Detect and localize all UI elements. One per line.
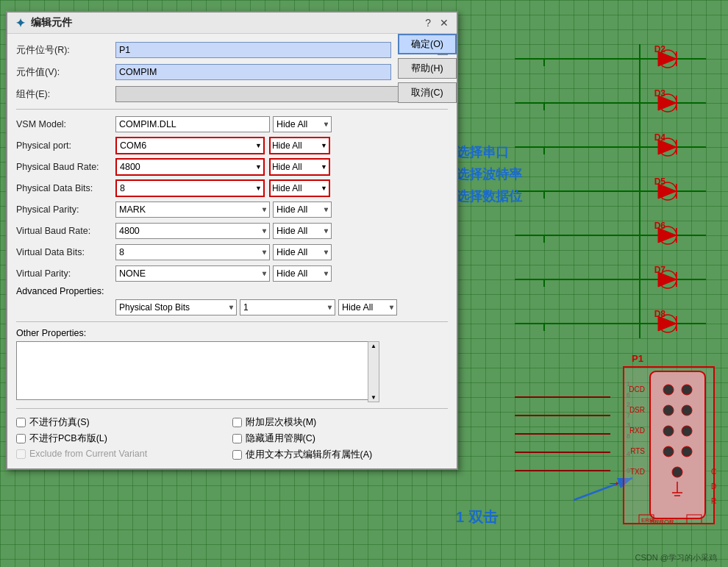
- adv-prop-hide-select[interactable]: Hide All: [338, 299, 397, 315]
- svg-point-51: [682, 446, 692, 457]
- physical-baud-select[interactable]: 4800: [117, 160, 255, 174]
- led-d6: D6: [654, 221, 665, 231]
- text-edit-checkbox[interactable]: [232, 450, 242, 460]
- other-props-textarea[interactable]: [16, 341, 378, 400]
- svg-text:3: 3: [627, 421, 630, 429]
- component-ref-row: 元件位号(R): 隐藏:: [16, 41, 448, 59]
- virtual-parity-hide-select[interactable]: Hide All: [273, 265, 332, 282]
- p1-connector-svg: DCD DSR RXD RTS TXD 1 6 2 7 3 8 4 9 CTS …: [624, 368, 716, 526]
- virtual-data-hide-wrapper: Hide All ▼: [273, 244, 332, 260]
- virtual-parity-select[interactable]: NONE: [115, 265, 270, 282]
- edit-component-dialog: ✦ 编辑元件 ? ✕ 确定(O) 帮助(H) 取消(C) 元件位号(R): 隐藏…: [6, 11, 458, 470]
- physical-data-label: Physical Data Bits:: [16, 183, 115, 193]
- group-select[interactable]: [115, 86, 401, 102]
- virtual-parity-wrapper: NONE ▼: [115, 265, 270, 282]
- svg-text:TXD: TXD: [630, 468, 645, 476]
- action-buttons: 确定(O) 帮助(H) 取消(C): [398, 34, 457, 103]
- physical-baud-row: Physical Baud Rate: 4800 ▼ Hide All ▼: [16, 158, 448, 176]
- virtual-data-controls: 8 ▼ Hide All ▼: [115, 244, 448, 260]
- no-pcb-checkbox[interactable]: [16, 434, 26, 443]
- dialog-title-bar: ✦ 编辑元件 ? ✕: [7, 13, 457, 34]
- svg-text:9: 9: [627, 467, 630, 474]
- add-module-label: 附加层次模块(M): [246, 416, 317, 429]
- no-sim-checkbox[interactable]: [16, 418, 26, 427]
- svg-text:DCD: DCD: [629, 385, 645, 393]
- component-ref-label: 元件位号(R):: [16, 44, 115, 57]
- annotation-step1: 1 双击: [456, 507, 498, 527]
- ok-button[interactable]: 确定(O): [398, 34, 457, 54]
- vsm-model-controls: Hide All ▼: [115, 116, 448, 132]
- physical-port-select[interactable]: COM6: [117, 138, 255, 153]
- svg-text:RI: RI: [711, 497, 716, 505]
- svg-point-48: [663, 426, 674, 436]
- physical-parity-select[interactable]: MARK: [115, 202, 270, 218]
- physical-data-row: Physical Data Bits: 8 ▼ Hide All ▼: [16, 179, 448, 197]
- virtual-parity-hide-wrapper: Hide All ▼: [273, 265, 332, 282]
- svg-text:7: 7: [627, 412, 630, 419]
- physical-parity-controls: MARK ▼ Hide All ▼: [115, 202, 448, 218]
- virtual-baud-wrapper: 4800 ▼: [115, 223, 270, 239]
- virtual-data-hide-select[interactable]: Hide All: [273, 244, 332, 260]
- component-ref-input[interactable]: [115, 42, 391, 58]
- exclude-variant-checkbox: [16, 449, 26, 459]
- adv-prop-name-select[interactable]: Physical Stop Bits: [115, 299, 237, 315]
- adv-prop-val-select[interactable]: 1: [240, 299, 335, 315]
- physical-baud-hide-select[interactable]: Hide All: [271, 160, 321, 174]
- help-button[interactable]: 帮助(H): [398, 58, 457, 79]
- svg-text:1: 1: [627, 380, 630, 388]
- virtual-baud-hide-wrapper: Hide All ▼: [273, 223, 332, 239]
- led-d3: D3: [654, 88, 665, 99]
- physical-parity-label: Physical Parity:: [16, 204, 115, 215]
- physical-data-select[interactable]: 8: [117, 181, 255, 196]
- adv-props-label: Advanced Properties:: [16, 286, 448, 296]
- svg-text:CTS: CTS: [711, 468, 716, 476]
- virtual-baud-label: Virtual Baud Rate:: [16, 226, 115, 236]
- physical-port-controls: COM6 ▼ Hide All ▼: [115, 137, 448, 154]
- exclude-variant-label: Exclude from Current Variant: [29, 449, 147, 459]
- svg-point-44: [663, 385, 674, 395]
- cancel-button[interactable]: 取消(C): [398, 82, 457, 103]
- red-arrow-indicator: →: [607, 474, 621, 491]
- svg-point-45: [682, 385, 692, 395]
- p1-component-label: P1: [632, 353, 643, 364]
- virtual-data-label: Virtual Data Bits:: [16, 247, 115, 257]
- svg-point-52: [672, 467, 682, 477]
- component-val-label: 元件值(V):: [16, 66, 115, 79]
- svg-rect-43: [650, 371, 705, 518]
- text-edit-label: 使用文本方式编辑所有属性(A): [246, 449, 373, 461]
- physical-port-hide-select[interactable]: Hide All: [271, 138, 321, 153]
- no-pcb-label: 不进行PCB布版(L): [29, 432, 107, 445]
- svg-text:DTR: DTR: [711, 482, 716, 491]
- vsm-hide-wrapper: Hide All ▼: [273, 116, 332, 132]
- virtual-data-wrapper: 8 ▼: [115, 244, 270, 260]
- svg-text:4: 4: [627, 450, 630, 457]
- vsm-hide-select[interactable]: Hide All: [273, 116, 332, 132]
- physical-parity-hide-select[interactable]: Hide All: [273, 202, 332, 218]
- virtual-baud-select[interactable]: 4800: [115, 223, 270, 239]
- led-d2: D2: [654, 44, 665, 54]
- virtual-baud-hide-select[interactable]: Hide All: [273, 223, 332, 239]
- dialog-title: ✦ 编辑元件: [13, 16, 72, 29]
- physical-port-label: Physical port:: [16, 140, 115, 151]
- add-module-checkbox[interactable]: [232, 418, 242, 427]
- p1-connector-box: DCD DSR RXD RTS TXD 1 6 2 7 3 8 4 9 CTS …: [623, 366, 715, 524]
- dialog-icon: ✦: [13, 16, 26, 29]
- virtual-data-select[interactable]: 8: [115, 244, 270, 260]
- led-d7: D7: [654, 265, 665, 275]
- component-val-input[interactable]: [115, 64, 391, 80]
- other-props-label: Other Properties:: [16, 328, 448, 338]
- vsm-model-input[interactable]: [115, 116, 270, 132]
- textarea-scrollbar[interactable]: ▲ ▼: [368, 341, 379, 402]
- group-row: 组件(E): 新建(N): [16, 85, 448, 103]
- svg-text:6: 6: [627, 391, 630, 399]
- component-val-row: 元件值(V): 隐藏:: [16, 63, 448, 81]
- led-d8: D8: [654, 309, 665, 319]
- close-icon[interactable]: ✕: [438, 17, 451, 29]
- adv-props-row: Physical Stop Bits ▼ 1 ▼ Hide All ▼: [16, 299, 448, 315]
- physical-parity-hide-wrapper: Hide All ▼: [273, 202, 332, 218]
- help-icon[interactable]: ?: [423, 17, 433, 29]
- physical-data-hide-select[interactable]: Hide All: [271, 181, 321, 196]
- hide-pins-checkbox[interactable]: [232, 434, 242, 443]
- no-sim-label: 不进行仿真(S): [29, 416, 90, 429]
- physical-parity-row: Physical Parity: MARK ▼ Hide All ▼: [16, 201, 448, 218]
